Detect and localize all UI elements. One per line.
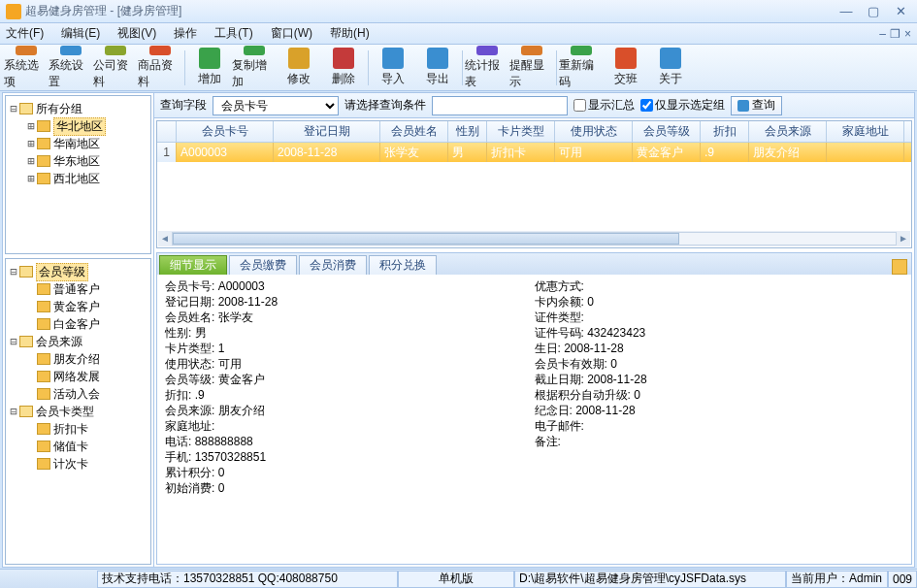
tree-node[interactable]: 储值卡 [8, 438, 148, 455]
detail-field: 初始消费: 0 [165, 480, 535, 496]
tb-统计报表[interactable]: 统计报表 [465, 46, 509, 90]
col-header[interactable]: 会员来源 [749, 121, 827, 142]
tb-交班[interactable]: 交班 [604, 46, 648, 90]
col-header[interactable]: 性别 [448, 121, 487, 142]
tb-增加[interactable]: 增加 [187, 46, 232, 90]
window-title: 超易健身房管理 - [健身房管理] [25, 3, 181, 19]
tree-node[interactable]: 普通客户 [8, 280, 148, 298]
tree-node[interactable]: ⊞华东地区 [8, 152, 148, 170]
tree-toggle-icon[interactable]: ⊞ [25, 154, 37, 168]
toolbar-icon [199, 48, 220, 69]
tb-提醒显示[interactable]: 提醒显示 [509, 46, 554, 90]
col-header[interactable]: 登记日期 [274, 121, 380, 142]
tree-toggle-icon[interactable]: ⊟ [8, 265, 19, 278]
col-header[interactable]: 折扣 [701, 121, 749, 142]
maximize-button[interactable]: ▢ [863, 4, 884, 18]
col-header[interactable]: 使用状态 [555, 121, 633, 142]
tb-导入[interactable]: 导入 [371, 46, 415, 90]
tree-node[interactable]: 黄金客户 [8, 298, 148, 315]
detail-field: 手机: 13570328851 [165, 449, 535, 465]
close-button[interactable]: ✕ [890, 4, 911, 18]
mdi-restore-button[interactable]: ❐ [890, 27, 901, 41]
tree-node[interactable]: ⊞西北地区 [8, 170, 148, 187]
table-row[interactable]: 1A0000032008-11-28张学友男折扣卡可用黄金客户.9朋友介绍 [157, 143, 911, 162]
tab-pay[interactable]: 会员缴费 [229, 255, 297, 275]
show-sum-check[interactable]: 显示汇总 [573, 97, 635, 114]
menu-window[interactable]: 窗口(W) [271, 25, 312, 42]
tree-node[interactable]: ⊞华北地区 [8, 117, 148, 135]
folder-icon [37, 155, 50, 167]
tb-重新编码[interactable]: 重新编码 [559, 46, 604, 90]
tree-node[interactable]: ⊟会员等级 [8, 263, 148, 280]
tree-toggle-icon[interactable]: ⊟ [8, 335, 19, 348]
tree-node[interactable]: ⊞华南地区 [8, 135, 148, 152]
folder-icon [37, 371, 50, 382]
menu-file[interactable]: 文件(F) [6, 25, 44, 42]
tree-toggle-icon[interactable]: ⊟ [8, 405, 19, 418]
tb-删除[interactable]: 删除 [321, 46, 366, 90]
tb-关于[interactable]: 关于 [648, 46, 693, 90]
folder-icon [37, 138, 50, 149]
folder-icon [37, 301, 50, 312]
detail-field: 使用状态: 可用 [165, 356, 535, 372]
tree-node[interactable]: 网络发展 [8, 368, 148, 385]
tree-node[interactable]: ⊟会员来源 [8, 333, 148, 350]
tree-node[interactable]: ⊟会员卡类型 [8, 403, 148, 420]
query-input[interactable] [432, 96, 568, 115]
tree-node[interactable]: 折扣卡 [8, 420, 148, 438]
tb-复制增加[interactable]: 复制增加 [232, 46, 277, 90]
menu-edit[interactable]: 编辑(E) [61, 25, 100, 42]
menu-op[interactable]: 操作 [174, 25, 197, 42]
tree-toggle-icon[interactable]: ⊞ [25, 172, 37, 185]
scroll-thumb[interactable] [173, 233, 679, 245]
detail-field: 证件号码: 432423423 [535, 325, 904, 341]
tb-修改[interactable]: 修改 [277, 46, 321, 90]
tab-points[interactable]: 积分兑换 [369, 255, 437, 275]
toolbar: 系统选项系统设置公司资料商品资料增加复制增加修改删除导入导出统计报表提醒显示重新… [0, 45, 917, 91]
toolbar-icon [521, 46, 542, 55]
mdi-minimize-button[interactable]: – [879, 27, 886, 41]
col-header[interactable]: 会员等级 [633, 121, 701, 142]
tree-toggle-icon[interactable]: ⊞ [25, 137, 37, 150]
tree-node[interactable]: 活动入会 [8, 385, 148, 403]
tb-系统选项[interactable]: 系统选项 [4, 46, 49, 90]
tb-导出[interactable]: 导出 [415, 46, 460, 90]
sidebar: ⊟所有分组⊞华北地区⊞华南地区⊞华东地区⊞西北地区 ⊟会员等级普通客户黄金客户白… [3, 93, 154, 567]
window-controls: — ▢ ✕ [835, 4, 911, 18]
tree-toggle-icon[interactable]: ⊞ [25, 119, 37, 133]
query-button[interactable]: 查询 [731, 96, 782, 115]
scroll-left-icon[interactable]: ◄ [158, 231, 172, 246]
tree-node[interactable]: 白金客户 [8, 315, 148, 333]
tb-商品资料[interactable]: 商品资料 [138, 46, 182, 90]
menu-tool[interactable]: 工具(T) [214, 25, 252, 42]
scroll-right-icon[interactable]: ► [897, 231, 910, 246]
mdi-close-button[interactable]: × [904, 27, 911, 41]
tb-公司资料[interactable]: 公司资料 [93, 46, 138, 90]
only-sel-check[interactable]: 仅显示选定组 [640, 97, 725, 114]
detail-field: 性别: 男 [165, 325, 535, 341]
tb-系统设置[interactable]: 系统设置 [49, 46, 93, 90]
col-header[interactable]: 卡片类型 [487, 121, 555, 142]
detail-field: 备注: [535, 434, 904, 449]
col-header[interactable]: 会员卡号 [177, 121, 274, 142]
tab-detail[interactable]: 细节显示 [159, 255, 227, 275]
folder-icon [37, 423, 50, 435]
folder-icon [37, 173, 50, 184]
col-header[interactable]: 家庭地址 [827, 121, 904, 142]
menu-help[interactable]: 帮助(H) [330, 25, 370, 42]
tree-node[interactable]: ⊟所有分组 [8, 100, 148, 117]
tree-node[interactable]: 朋友介绍 [8, 350, 148, 368]
query-field-select[interactable]: 会员卡号 [213, 96, 339, 115]
tree-toggle-icon[interactable]: ⊟ [8, 102, 19, 115]
tree-node[interactable]: 计次卡 [8, 455, 148, 473]
detail-field: 会员来源: 朋友介绍 [165, 403, 535, 418]
minimize-button[interactable]: — [835, 4, 857, 18]
col-header[interactable] [157, 121, 177, 142]
cell [827, 143, 904, 162]
tab-consume[interactable]: 会员消费 [299, 255, 367, 275]
menu-view[interactable]: 视图(V) [117, 25, 156, 42]
cell: .9 [701, 143, 749, 162]
toolbar-icon [16, 46, 37, 55]
grid-hscroll[interactable]: ◄ ► [158, 231, 910, 246]
col-header[interactable]: 会员姓名 [380, 121, 448, 142]
